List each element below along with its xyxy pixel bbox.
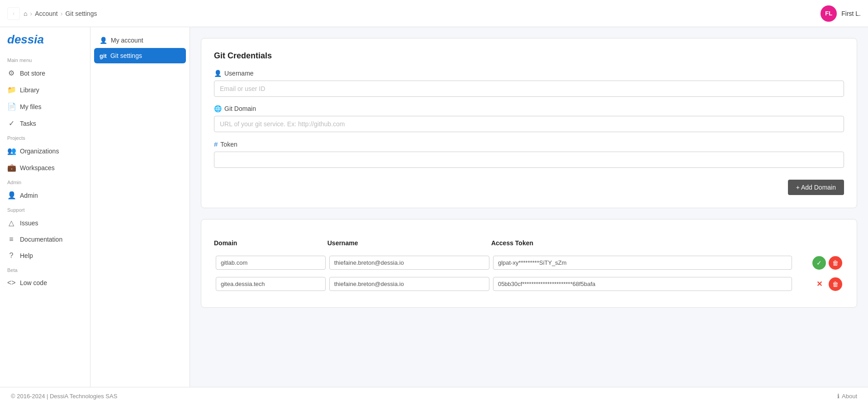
domain-table: Domain Username Access Token ✓ <box>214 236 844 295</box>
about-link[interactable]: ℹ About <box>837 393 857 400</box>
sidebar-label-documentation: Documentation <box>20 236 62 243</box>
delete-button-1[interactable]: 🗑 <box>829 277 842 291</box>
token-input-0[interactable] <box>493 256 792 270</box>
username-cell-0 <box>327 252 491 273</box>
secondary-sidebar: 👤 My account git Git settings <box>90 27 190 387</box>
sidebar-item-admin[interactable]: 👤 Admin <box>0 187 90 204</box>
actions-cell-1: ✕ 🗑 <box>794 273 844 295</box>
actions-cell-0: ✓ 🗑 <box>794 252 844 273</box>
about-icon: ℹ <box>837 393 840 400</box>
git-domain-icon: 🌐 <box>214 105 222 112</box>
git-domain-field-group: 🌐 Git Domain <box>214 105 844 132</box>
sidebar-item-tasks[interactable]: ✓ Tasks <box>0 115 90 132</box>
col-username: Username <box>327 236 491 252</box>
sidebar-item-workspaces[interactable]: 💼 Workspaces <box>0 159 90 176</box>
sidebar-item-organizations[interactable]: 👥 Organizations <box>0 143 90 159</box>
logo-text: dessia <box>7 33 44 46</box>
projects-label: Projects <box>0 132 90 143</box>
beta-label: Beta <box>0 264 90 275</box>
sidebar-label-issues: Issues <box>20 219 38 227</box>
organizations-icon: 👥 <box>7 147 15 155</box>
user-name: First L. <box>841 10 861 17</box>
delete-button-0[interactable]: 🗑 <box>829 256 842 270</box>
sidebar-item-issues[interactable]: △ Issues <box>0 214 90 231</box>
my-files-icon: 📄 <box>7 102 15 111</box>
sec-menu-git-settings[interactable]: git Git settings <box>94 48 186 63</box>
tasks-icon: ✓ <box>7 119 15 128</box>
library-icon: 📁 <box>7 86 15 94</box>
git-domain-input[interactable] <box>214 116 844 132</box>
primary-sidebar: dessia Main menu ⚙ Bot store 📁 Library 📄… <box>0 27 90 387</box>
home-icon[interactable]: ⌂ <box>24 10 27 17</box>
sidebar-item-low-code[interactable]: <> Low code <box>0 275 90 291</box>
x-button-1[interactable]: ✕ <box>812 277 826 291</box>
my-account-icon: 👤 <box>100 37 107 44</box>
breadcrumb: ⌂ › Account › Git settings <box>24 10 97 17</box>
bot-store-icon: ⚙ <box>7 69 15 77</box>
help-icon: ? <box>7 252 15 260</box>
logo: dessia <box>0 33 90 54</box>
low-code-icon: <> <box>7 279 15 287</box>
username-field-group: 👤 Username <box>214 70 844 97</box>
username-input-1[interactable] <box>329 277 489 291</box>
token-label: # Token <box>214 140 844 148</box>
sidebar-item-documentation[interactable]: ≡ Documentation <box>0 231 90 248</box>
admin-label: Admin <box>0 176 90 187</box>
git-domain-label-text: Git Domain <box>224 105 256 112</box>
domain-input-1[interactable] <box>216 277 326 291</box>
main-content: Git Credentials 👤 Username 🌐 Git Domain <box>190 27 868 387</box>
sidebar-label-organizations: Organizations <box>20 148 59 155</box>
avatar[interactable]: FL <box>821 5 837 22</box>
admin-icon: 👤 <box>7 191 15 200</box>
add-domain-area: + Add Domain <box>214 176 844 195</box>
username-label-text: Username <box>224 70 254 77</box>
breadcrumb-sep-1: › <box>30 10 32 17</box>
main-menu-label: Main menu <box>0 54 90 65</box>
check-button-0[interactable]: ✓ <box>812 256 826 270</box>
nav-back-button[interactable]: ‹ <box>7 7 20 20</box>
username-input[interactable] <box>214 81 844 97</box>
username-label: 👤 Username <box>214 70 844 77</box>
add-domain-button[interactable]: + Add Domain <box>788 180 844 195</box>
git-credentials-title: Git Credentials <box>214 51 844 61</box>
main-layout: dessia Main menu ⚙ Bot store 📁 Library 📄… <box>0 27 868 387</box>
col-actions <box>794 236 844 252</box>
about-label: About <box>842 393 857 400</box>
token-cell-0 <box>491 252 794 273</box>
table-row: ✓ 🗑 <box>214 252 844 273</box>
col-access-token: Access Token <box>491 236 794 252</box>
username-input-0[interactable] <box>329 256 489 270</box>
username-icon: 👤 <box>214 70 222 77</box>
sidebar-label-admin: Admin <box>20 192 38 199</box>
issues-icon: △ <box>7 219 15 227</box>
git-domain-label: 🌐 Git Domain <box>214 105 844 112</box>
token-cell-1 <box>491 273 794 295</box>
sidebar-item-my-files[interactable]: 📄 My files <box>0 98 90 115</box>
sidebar-item-bot-store[interactable]: ⚙ Bot store <box>0 65 90 81</box>
footer-copyright: © 2016-2024 | DessiA Technologies SAS <box>11 393 117 400</box>
topbar-right: FL First L. <box>821 5 861 22</box>
sidebar-label-low-code: Low code <box>20 279 47 286</box>
sec-menu-git-settings-label: Git settings <box>110 52 142 59</box>
domain-cell-0 <box>214 252 327 273</box>
domain-input-0[interactable] <box>216 256 326 270</box>
sidebar-item-help[interactable]: ? Help <box>0 248 90 264</box>
sidebar-label-bot-store: Bot store <box>20 70 45 77</box>
sec-menu-my-account[interactable]: 👤 My account <box>94 33 186 48</box>
token-input[interactable] <box>214 152 844 168</box>
sidebar-item-library[interactable]: 📁 Library <box>0 81 90 98</box>
breadcrumb-account[interactable]: Account <box>35 10 58 17</box>
sidebar-label-library: Library <box>20 86 39 94</box>
domain-cell-1 <box>214 273 327 295</box>
token-input-1[interactable] <box>493 277 792 291</box>
sidebar-label-my-files: My files <box>20 103 41 110</box>
topbar-left: ‹ ⌂ › Account › Git settings <box>7 7 97 20</box>
support-label: Support <box>0 204 90 214</box>
token-field-group: # Token <box>214 140 844 168</box>
git-settings-icon: git <box>100 52 107 59</box>
sidebar-label-tasks: Tasks <box>20 120 36 127</box>
breadcrumb-sep-2: › <box>61 10 63 17</box>
token-icon: # <box>214 140 218 148</box>
domain-table-card: Domain Username Access Token ✓ <box>201 219 857 308</box>
documentation-icon: ≡ <box>7 235 15 243</box>
